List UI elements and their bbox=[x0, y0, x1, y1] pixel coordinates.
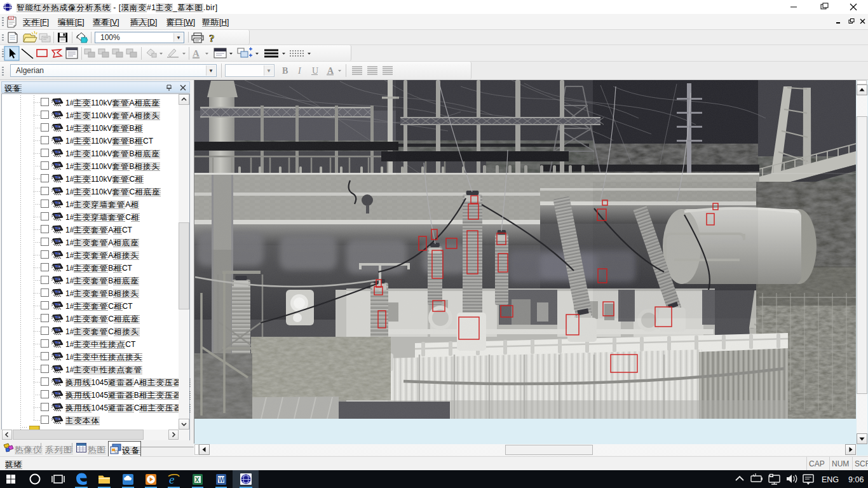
svg-text:X: X bbox=[195, 477, 200, 484]
svg-text:OK!: OK! bbox=[9, 17, 13, 20]
svg-text:U: U bbox=[312, 66, 318, 76]
svg-text:W: W bbox=[219, 477, 225, 484]
svg-text:9:06: 9:06 bbox=[848, 475, 864, 484]
svg-text:ENG: ENG bbox=[822, 475, 839, 484]
svg-text:I: I bbox=[297, 66, 302, 76]
svg-text:?: ? bbox=[209, 32, 215, 44]
svg-text:A: A bbox=[193, 48, 200, 58]
svg-text:B: B bbox=[282, 66, 288, 76]
